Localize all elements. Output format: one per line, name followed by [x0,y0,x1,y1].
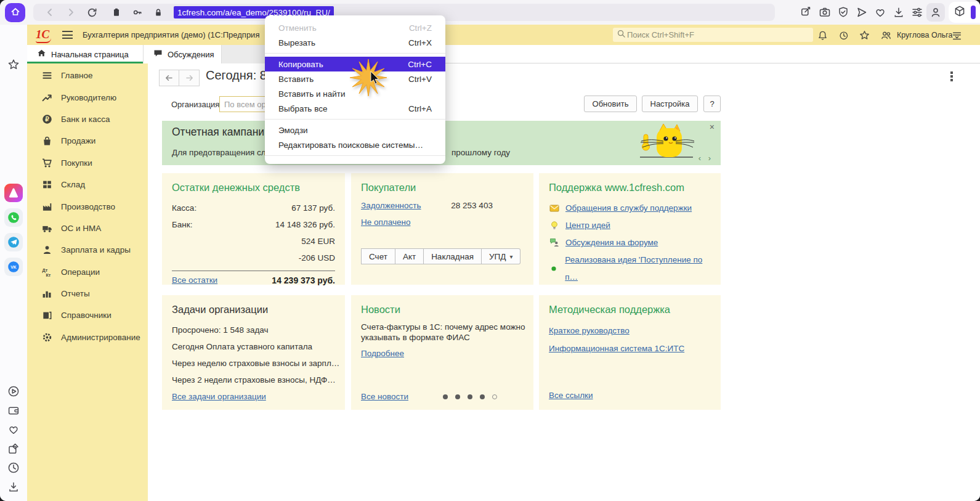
sidebar-item[interactable]: Справочники [27,304,148,326]
tab-discussions[interactable]: Обсуждения [144,45,222,63]
support-link-row: Обсуждения на форуме [549,234,711,251]
nav-back-button[interactable] [159,70,179,86]
whatsapp-icon[interactable] [4,208,23,227]
app-sidebar: Главное Руководителю ₽ Банк и касса Прод… [27,63,148,501]
collections-pin-icon[interactable] [7,442,20,455]
sidebar-toggle-bar[interactable] [971,6,976,19]
sidebar-item[interactable]: Покупки [27,152,148,174]
settings-button[interactable]: Настройка [642,96,698,112]
reload-icon[interactable] [85,6,99,19]
banner-prev-icon[interactable]: ‹ [699,153,701,163]
document-button[interactable]: Счет [361,248,395,264]
task-line: Просрочено: 1 548 задач [172,322,335,338]
widget-title: Остатки денежных средств [172,182,335,193]
carousel-dot[interactable] [492,394,497,399]
sidebar-item[interactable]: Склад [27,174,148,195]
sidebar-item[interactable]: Зарплата и кадры [27,239,148,261]
sidebar-item[interactable]: Продажи [27,130,148,152]
news-footer: Все новости [361,392,524,401]
document-button[interactable]: УПД [482,248,520,264]
debt-link[interactable]: Задолженность [361,201,421,210]
widget-title: Новости [361,304,524,316]
support-link-row: Обращения в службу поддержки [549,200,711,217]
methodical-link[interactable]: Информационная система 1С:ИТС [549,344,684,353]
sidebar-item[interactable]: Администрирование [27,327,148,348]
banner-close-icon[interactable]: × [710,122,715,132]
app-title: Бухгалтерия предприятия (демо) (1С:Предп… [83,30,259,39]
carousel-dot[interactable] [468,394,472,399]
extensions-cube-icon[interactable] [954,5,966,20]
compose-icon[interactable] [800,6,813,19]
methodical-link[interactable]: Краткое руководство [549,326,630,335]
video-play-icon[interactable] [7,385,20,397]
sidebar-item[interactable]: ДтКт Операции [27,261,148,283]
widget-support: Поддержка www.1cfresh.com Обращения в сл… [539,173,721,285]
support-link[interactable]: Обсуждения на форуме [565,234,658,251]
back-icon[interactable] [43,6,57,19]
sidebar-item[interactable]: ₽ Банк и касса [27,108,148,130]
tab-home-page[interactable]: Начальная страница [27,45,144,63]
sidebar-item[interactable]: Главное [27,65,148,86]
document-button[interactable]: Акт [395,248,424,264]
downloads-icon[interactable] [7,481,20,493]
service-menu-icon[interactable] [951,30,962,41]
support-link[interactable]: Обращения в службу поддержки [565,200,692,217]
today-heading: Сегодня: 8 [206,68,267,83]
unpaid-link[interactable]: Не оплачено [361,218,410,227]
all-news-link[interactable]: Все новости [361,392,408,401]
refresh-button[interactable]: Обновить [584,96,637,112]
news-more-link[interactable]: Подробнее [361,349,404,358]
all-balances-link[interactable]: Все остатки [172,275,217,285]
telegram-icon[interactable] [4,233,23,251]
history-icon[interactable] [838,30,849,41]
document-buttons: Счет Акт Накладная УПД [361,248,520,264]
help-button[interactable]: ? [703,96,721,112]
favorites-icon[interactable] [859,30,870,41]
carousel-dot[interactable] [443,394,448,399]
lock-icon[interactable] [152,6,165,19]
download-icon[interactable] [892,6,905,19]
vk-icon[interactable]: VK [4,258,23,276]
heart-icon[interactable] [7,423,20,436]
carousel-dot[interactable] [480,394,485,399]
all-links-link[interactable]: Все ссылки [549,391,593,400]
clipboard-icon[interactable] [110,6,123,19]
app-menu-icon[interactable] [62,31,73,39]
all-tasks-link[interactable]: Все задачи организации [172,392,266,401]
banner-title: Отчетная кампани [172,126,264,139]
tune-sliders-icon[interactable] [910,6,924,19]
methodical-link-row: Краткое руководство [549,322,711,340]
nav-forward-button[interactable] [179,70,200,86]
user-name[interactable]: Круглова Ольга [897,31,953,39]
profile-user-icon[interactable] [926,3,945,22]
sidebar-item[interactable]: ОС и НМА [27,218,148,239]
users-icon[interactable] [880,30,891,41]
context-menu-item[interactable]: Редактировать поисковые системы… [265,137,445,152]
browser-home-button[interactable] [5,3,25,22]
wallet-icon[interactable] [7,404,20,417]
protect-shield-icon[interactable] [836,6,850,19]
sidebar-item[interactable]: Производство [27,195,148,217]
banner-next-icon[interactable]: › [708,153,711,163]
more-menu-icon[interactable] [950,71,953,83]
sidebar-item[interactable]: Отчеты [27,283,148,304]
document-button[interactable]: Накладная [424,248,482,264]
context-menu-item[interactable]: Вырезать Ctrl+X [265,35,445,50]
bookmarks-heart-icon[interactable] [873,6,887,19]
carousel-dot[interactable] [455,394,460,399]
favorites-star-icon[interactable] [7,59,20,71]
assistant-app-icon[interactable] [4,184,23,202]
key-icon[interactable] [131,6,144,19]
support-link[interactable]: Центр идей [565,217,610,234]
sidebar-item[interactable]: Руководителю [27,86,148,108]
screenshot-camera-icon[interactable] [818,6,832,19]
notifications-bell-icon[interactable] [817,30,828,41]
context-menu-item[interactable]: Эмодзи [265,123,445,137]
share-send-icon[interactable] [855,6,869,19]
app-search[interactable] [613,28,813,42]
support-link[interactable]: Реализована идея 'Поступление по п… [565,251,711,286]
forward-icon[interactable] [64,6,78,19]
context-menu-item[interactable]: Отменить Ctrl+Z [265,20,445,35]
history-clock-icon[interactable] [7,462,20,474]
search-input[interactable] [626,30,792,40]
